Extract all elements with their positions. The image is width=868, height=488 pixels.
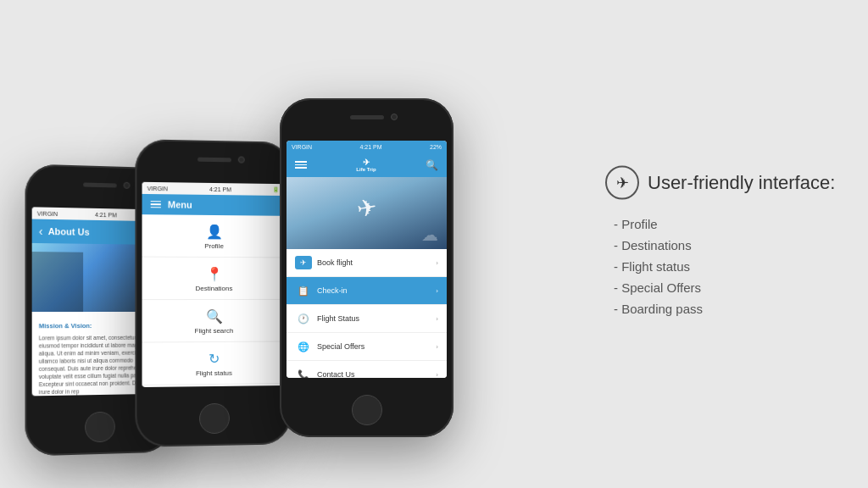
- chevron-right-icon: ›: [436, 259, 438, 267]
- book-flight-label: Book flight: [317, 258, 436, 267]
- middle-phone-camera: [237, 156, 244, 163]
- interface-icon: ✈: [605, 166, 639, 200]
- chevron-right-icon: ›: [436, 315, 438, 323]
- flight-status-label: Flight status: [196, 369, 232, 377]
- right-phone-screen: VIRGIN 4:21 PM 22% ✈ Life Trip 🔍: [287, 141, 447, 378]
- profile-icon: 👤: [206, 224, 223, 240]
- scene: VIRGIN 4:21 PM 🔋 ‹ About Us ✈ Mission & …: [0, 0, 868, 488]
- list-item[interactable]: 📍 Destinations: [142, 258, 285, 300]
- flight-status-label: Flight Status: [317, 314, 436, 323]
- list-item[interactable]: 📞 Contact Us ›: [287, 361, 447, 378]
- building-graphic: [32, 252, 83, 312]
- app-hero-image: ✈ ☁: [287, 177, 447, 249]
- destinations-icon: 📍: [206, 266, 223, 282]
- app-logo: ✈ Life Trip: [356, 158, 376, 172]
- right-home-button[interactable]: [352, 395, 382, 425]
- about-title: About Us: [48, 226, 90, 237]
- app-hamburger-icon[interactable]: [295, 161, 307, 169]
- chevron-right-icon: ›: [436, 343, 438, 351]
- menu-header: Menu: [142, 194, 285, 216]
- info-list-item: - Flight status: [614, 259, 843, 274]
- check-in-icon: 📋: [295, 284, 312, 297]
- contact-us-icon: 📞: [295, 368, 312, 378]
- info-list: - Profile - Destinations - Flight status…: [605, 217, 843, 316]
- check-in-label: Check-in: [317, 286, 436, 295]
- right-battery: 22%: [430, 144, 442, 150]
- right-phone-camera: [391, 114, 398, 120]
- middle-phone-screen: VIRGIN 4:21 PM 🔋 Menu 👤: [142, 182, 285, 387]
- chevron-right-icon: ›: [436, 371, 438, 379]
- list-item[interactable]: 📋 Check-in ›: [287, 277, 447, 305]
- list-item[interactable]: 🔍 Flight search: [142, 300, 285, 343]
- left-time: 4:21 PM: [95, 211, 117, 218]
- left-carrier: VIRGIN: [37, 210, 58, 217]
- middle-time: 4:21 PM: [209, 186, 231, 191]
- info-title: ✈ User-friendly interface:: [605, 166, 843, 200]
- hero-plane-icon: ✈: [354, 192, 378, 223]
- middle-battery: 🔋: [272, 186, 280, 193]
- list-item[interactable]: ✈ Book flight ›: [287, 249, 447, 277]
- special-offers-label: Special Offers: [317, 342, 436, 351]
- info-list-item: - Boarding pass: [614, 302, 843, 316]
- info-list-item: - Profile: [614, 217, 843, 231]
- list-item[interactable]: 🕐 Flight Status ›: [287, 305, 447, 333]
- middle-carrier: VIRGIN: [147, 185, 168, 191]
- destinations-label: Destinations: [196, 285, 233, 292]
- flight-status-icon: 🕐: [295, 312, 312, 325]
- info-panel: ✈ User-friendly interface: - Profile - D…: [605, 166, 843, 323]
- info-list-item: - Destinations: [614, 238, 843, 252]
- right-phone-speaker: [350, 115, 384, 119]
- flight-status-icon: ↻: [209, 351, 220, 367]
- chevron-right-icon: ›: [436, 287, 438, 295]
- special-offers-icon: 🌐: [295, 340, 312, 353]
- info-title-text: User-friendly interface:: [648, 172, 835, 194]
- middle-phone-speaker: [198, 158, 231, 163]
- flight-search-icon: 🔍: [206, 308, 223, 324]
- list-item[interactable]: ↻ Flight status: [142, 341, 285, 385]
- middle-home-button[interactable]: [199, 403, 230, 435]
- left-phone-speaker: [83, 182, 117, 187]
- list-item[interactable]: 🌐 Special Offers ›: [287, 333, 447, 361]
- right-carrier: VIRGIN: [292, 144, 312, 150]
- back-arrow-icon[interactable]: ‹: [39, 225, 43, 238]
- menu-items-list: 👤 Profile 📍 Destinations 🔍 Flight search…: [142, 214, 285, 387]
- flight-search-label: Flight search: [195, 327, 234, 335]
- right-status-bar: VIRGIN 4:21 PM 22%: [287, 141, 447, 152]
- right-time: 4:21 PM: [360, 144, 382, 150]
- phone-middle: VIRGIN 4:21 PM 🔋 Menu 👤: [135, 139, 291, 447]
- phones-area: VIRGIN 4:21 PM 🔋 ‹ About Us ✈ Mission & …: [0, 0, 559, 488]
- search-icon[interactable]: 🔍: [426, 159, 438, 171]
- left-home-button[interactable]: [85, 412, 115, 443]
- hamburger-icon[interactable]: [151, 201, 161, 208]
- contact-us-label: Contact Us: [317, 370, 436, 378]
- list-item[interactable]: 👤 Profile: [142, 214, 285, 258]
- info-list-item: - Special Offers: [614, 280, 843, 295]
- app-menu-list: ✈ Book flight › 📋 Check-in › 🕐 Flight St…: [287, 249, 447, 378]
- hero-clouds: ☁: [421, 225, 438, 245]
- menu-title: Menu: [168, 199, 192, 209]
- phone-right: VIRGIN 4:21 PM 22% ✈ Life Trip 🔍: [280, 98, 453, 437]
- book-flight-icon: ✈: [295, 256, 312, 269]
- profile-label: Profile: [204, 242, 224, 250]
- left-phone-camera: [123, 182, 130, 189]
- app-header: ✈ Life Trip 🔍: [287, 152, 447, 177]
